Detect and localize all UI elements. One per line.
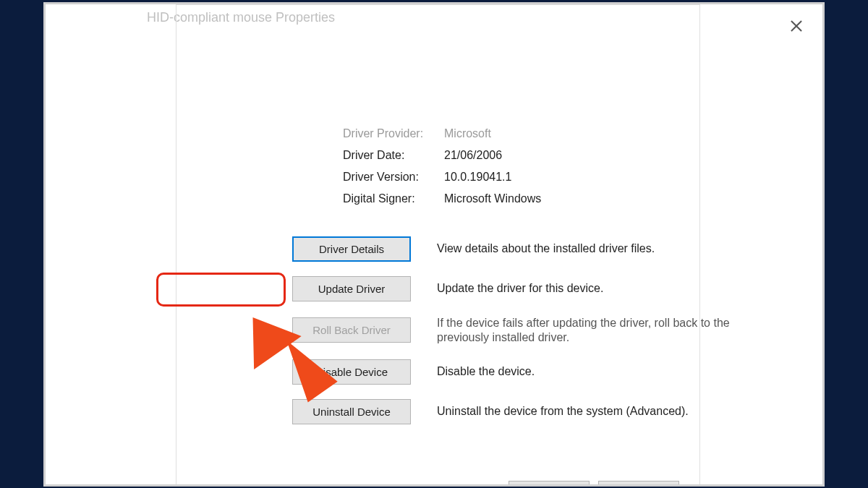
disable-device-button[interactable]: Disable Device: [292, 359, 411, 385]
action-row: Roll Back Driver If the device fails aft…: [292, 316, 784, 345]
update-driver-desc: Update the driver for this device.: [437, 281, 603, 296]
dialog-footer: OK Cancel: [509, 481, 679, 487]
ok-button[interactable]: OK: [509, 481, 590, 487]
disable-device-desc: Disable the device.: [437, 364, 535, 379]
close-icon[interactable]: [788, 17, 805, 35]
cancel-button[interactable]: Cancel: [598, 481, 679, 487]
uninstall-device-desc: Uninstall the device from the system (Ad…: [437, 404, 689, 419]
action-row: Driver Details View details about the in…: [292, 236, 784, 262]
driver-provider-label: Driver Provider:: [343, 127, 444, 140]
info-row: Driver Provider: Microsoft: [343, 127, 541, 140]
update-driver-button[interactable]: Update Driver: [292, 276, 411, 301]
driver-info-block: Driver Provider: Microsoft Driver Date: …: [343, 127, 541, 214]
driver-actions: Driver Details View details about the in…: [292, 236, 784, 439]
info-row: Driver Date: 21/06/2006: [343, 149, 541, 162]
driver-provider-value: Microsoft: [444, 127, 491, 140]
action-row: Uninstall Device Uninstall the device fr…: [292, 399, 784, 424]
info-row: Digital Signer: Microsoft Windows: [343, 192, 541, 205]
driver-details-button[interactable]: Driver Details: [292, 236, 411, 262]
roll-back-driver-desc: If the device fails after updating the d…: [437, 316, 748, 345]
roll-back-driver-button: Roll Back Driver: [292, 317, 411, 343]
digital-signer-label: Digital Signer:: [343, 192, 444, 205]
driver-tab-panel: Driver Provider: Microsoft Driver Date: …: [176, 4, 700, 487]
driver-details-desc: View details about the installed driver …: [437, 241, 655, 256]
action-row: Update Driver Update the driver for this…: [292, 276, 784, 301]
action-row: Disable Device Disable the device.: [292, 359, 784, 385]
driver-date-value: 21/06/2006: [444, 149, 502, 162]
uninstall-device-button[interactable]: Uninstall Device: [292, 399, 411, 424]
digital-signer-value: Microsoft Windows: [444, 192, 541, 205]
info-row: Driver Version: 10.0.19041.1: [343, 171, 541, 184]
driver-date-label: Driver Date:: [343, 149, 444, 162]
driver-version-label: Driver Version:: [343, 171, 444, 184]
window-frame: HID-compliant mouse Properties Driver Pr…: [43, 2, 825, 487]
driver-version-value: 10.0.19041.1: [444, 171, 511, 184]
